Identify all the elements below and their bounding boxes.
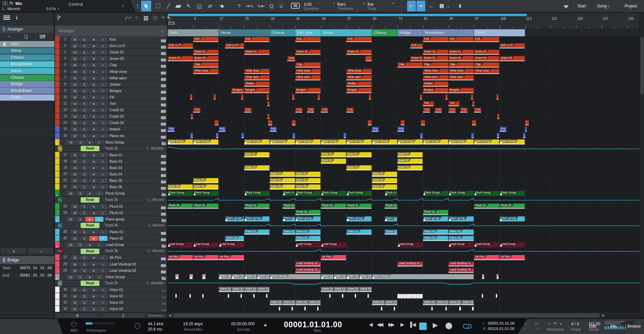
- clip[interactable]: Clap: [448, 62, 474, 68]
- clip[interactable]: Bass 04: [372, 172, 397, 177]
- clip[interactable]: [190, 133, 193, 138]
- clip[interactable]: Voice 03: [295, 300, 308, 305]
- clip[interactable]: [189, 294, 191, 298]
- track-name[interactable]: Bass 01: [110, 152, 122, 158]
- mute-button[interactable]: M: [71, 287, 79, 292]
- monitor-button[interactable]: ◐: [95, 217, 103, 222]
- clip[interactable]: Voice 01: [334, 287, 346, 292]
- track-color-strip[interactable]: [55, 75, 59, 81]
- clip[interactable]: [523, 133, 525, 138]
- monitor-button[interactable]: ◐: [99, 108, 108, 113]
- mute-button[interactable]: M: [71, 294, 79, 299]
- track-name[interactable]: Bass 02: [110, 158, 122, 164]
- mute-button[interactable]: M: [71, 88, 79, 93]
- clip[interactable]: Piano group: [448, 216, 474, 221]
- vertical-scroll-thumb[interactable]: [640, 37, 644, 94]
- track-name[interactable]: Voice 04: [110, 306, 123, 312]
- record-arm-button[interactable]: ●: [89, 255, 98, 260]
- next-marker-button[interactable]: ▶: [400, 322, 404, 328]
- clip[interactable]: Pluck Group: [321, 191, 346, 196]
- clip[interactable]: Piano 02: [423, 236, 448, 241]
- clip[interactable]: Voice Group: [346, 274, 359, 279]
- clip[interactable]: Crash 01: [244, 108, 251, 113]
- clip[interactable]: Piano group: [423, 216, 448, 221]
- clip[interactable]: Impact: [219, 127, 225, 132]
- clip[interactable]: Crash 01: [307, 108, 314, 113]
- clip[interactable]: [394, 307, 395, 310]
- clip[interactable]: Piano 01: [244, 229, 269, 235]
- clip[interactable]: Pluck 02: [295, 210, 320, 215]
- clip[interactable]: [215, 120, 218, 125]
- snap-zero-crossing-button[interactable]: ↔: [427, 1, 435, 11]
- automation-target-label[interactable]: Track 35: [105, 197, 118, 203]
- record-arm-button[interactable]: ●: [89, 56, 98, 61]
- metronome-label[interactable]: Metronome: [547, 328, 564, 331]
- monitor-button[interactable]: ◐: [99, 82, 108, 87]
- clip[interactable]: [482, 294, 483, 298]
- track-name[interactable]: Voice 01: [110, 287, 123, 293]
- fast-forward-button[interactable]: ▶▶: [388, 322, 393, 328]
- folder-expand-icon[interactable]: ▲: [56, 194, 58, 196]
- clip[interactable]: Snare 01: [244, 50, 269, 55]
- monitor-button[interactable]: ◐: [95, 140, 103, 145]
- clip[interactable]: Pluck Group: [168, 191, 193, 196]
- clip[interactable]: Piano 01: [295, 229, 320, 235]
- rewind-button[interactable]: ◀◀: [377, 322, 382, 328]
- clip[interactable]: Bongos: [346, 88, 372, 93]
- track-color-strip[interactable]: [55, 177, 59, 183]
- clip[interactable]: [445, 307, 447, 310]
- solo-button[interactable]: S: [80, 178, 89, 183]
- track-name[interactable]: Crash 03: [110, 120, 124, 126]
- solo-button[interactable]: S: [80, 37, 89, 42]
- clip[interactable]: Crash 01: [346, 108, 353, 113]
- record-arm-button[interactable]: ●: [85, 275, 94, 280]
- monitor-button[interactable]: ◐: [99, 114, 108, 119]
- clip[interactable]: Bass 06: [295, 184, 320, 190]
- track-name[interactable]: Piano group: [105, 216, 125, 222]
- clip[interactable]: Pluck 01: [283, 204, 295, 209]
- clip[interactable]: Kick: [193, 37, 218, 42]
- solo-button[interactable]: S: [80, 159, 89, 164]
- scroll-left-button[interactable]: ◀: [168, 313, 172, 318]
- clip[interactable]: Bass Group: [295, 139, 320, 144]
- track-color-strip[interactable]: [55, 49, 59, 55]
- clip[interactable]: [420, 94, 422, 99]
- solo-button[interactable]: S: [80, 204, 89, 209]
- clip[interactable]: [472, 120, 476, 125]
- clip[interactable]: Voice 03: [385, 300, 397, 305]
- mute-button[interactable]: M: [71, 300, 79, 305]
- clip[interactable]: Bass 06: [168, 184, 193, 190]
- video-track-button[interactable]: [456, 1, 464, 11]
- automation-mode-icon[interactable]: A: [3, 1, 7, 6]
- record-arm-button[interactable]: ●: [89, 37, 98, 42]
- automation-read-button[interactable]: Read: [81, 197, 99, 203]
- mix-view-button[interactable]: Mix: [603, 319, 624, 334]
- record-arm-button[interactable]: ●: [89, 236, 98, 241]
- split-tool-button[interactable]: ╱: [164, 1, 173, 11]
- monitor-button[interactable]: ◐: [99, 76, 108, 81]
- mute-button[interactable]: M: [71, 255, 79, 260]
- track-color-strip[interactable]: ▲: [55, 216, 59, 222]
- track-name[interactable]: Kick Lo-Fi: [110, 43, 125, 49]
- record-arm-button[interactable]: ●: [89, 50, 98, 55]
- marker-flag-icon[interactable]: ⚐: [135, 15, 139, 21]
- performance-label[interactable]: Performance: [87, 329, 106, 332]
- clip[interactable]: Piano 02: [295, 236, 320, 241]
- seconds-label[interactable]: Seconds: [237, 328, 250, 331]
- automation-read-button[interactable]: Read: [81, 281, 99, 286]
- clip[interactable]: Voice 03: [436, 300, 448, 305]
- clip[interactable]: Bass Group: [270, 139, 295, 144]
- event-transform-button[interactable]: ∿⇤: [256, 1, 266, 11]
- solo-button[interactable]: S: [80, 43, 89, 48]
- clip[interactable]: Bass 03: [397, 165, 423, 170]
- clip[interactable]: Bass 04: [295, 172, 320, 177]
- track-color-strip[interactable]: [55, 287, 59, 293]
- menu-icon[interactable]: [3, 15, 10, 20]
- clip[interactable]: Bass 06: [372, 184, 397, 190]
- remove-section-button[interactable]: −: [28, 248, 54, 254]
- clip[interactable]: [214, 94, 216, 99]
- monitor-button[interactable]: ◐: [99, 50, 108, 55]
- clip[interactable]: Voice 01: [321, 287, 333, 292]
- monitor-button[interactable]: ◐: [99, 178, 108, 183]
- browse-view-button[interactable]: Browse: [624, 319, 644, 334]
